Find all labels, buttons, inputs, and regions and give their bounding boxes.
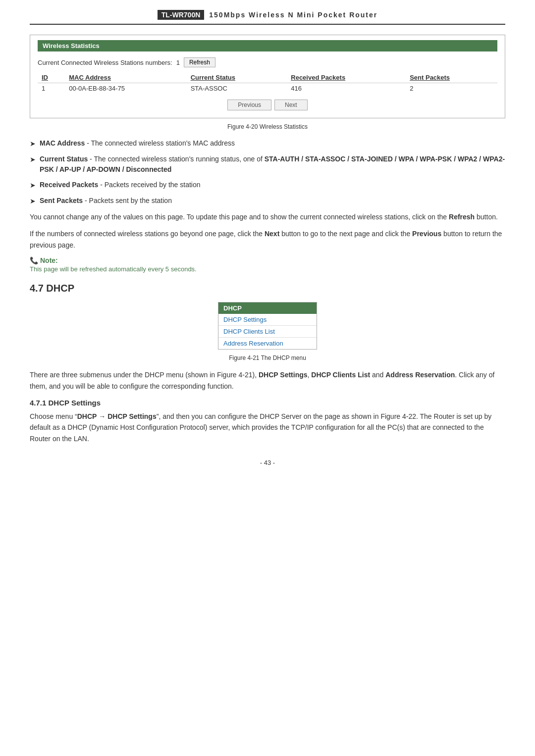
- bullet-current-status: ➤ Current Status - The connected wireles…: [30, 154, 505, 175]
- wireless-statistics-box: Wireless Statistics Current Connected Wi…: [30, 35, 505, 118]
- bullet-arrow-icon-4: ➤: [30, 196, 36, 206]
- table-header-row: ID MAC Address Current Status Received P…: [38, 72, 497, 83]
- dhcp-para-1: There are three submenus under the DHCP …: [30, 369, 505, 392]
- bullet-mac-text: MAC Address - The connected wireless sta…: [40, 138, 235, 149]
- col-sent: Sent Packets: [406, 72, 497, 83]
- bullet-mac-address: ➤ MAC Address - The connected wireless s…: [30, 138, 505, 149]
- dhcp-menu-container: DHCP DHCP SettingsDHCP Clients ListAddre…: [30, 302, 505, 350]
- dhcp-menu-item[interactable]: DHCP Clients List: [218, 326, 317, 338]
- dhcp-settings-subsection-heading: 4.7.1 DHCP Settings: [30, 399, 505, 407]
- table-row: 100-0A-EB-88-34-75STA-ASSOC4162: [38, 83, 497, 94]
- dhcp-settings-para: Choose menu “DHCP → DHCP Settings”, and …: [30, 411, 505, 444]
- current-label: Current Connected Wireless Stations numb…: [38, 59, 172, 66]
- page-number: - 43 -: [260, 459, 275, 466]
- bullet-sent-text: Sent Packets - Packets sent by the stati…: [40, 196, 172, 206]
- col-id: ID: [38, 72, 65, 83]
- figure-20-caption: Figure 4-20 Wireless Statistics: [30, 123, 505, 130]
- bullet-arrow-icon: ➤: [30, 139, 36, 149]
- dhcp-arrow: →: [97, 412, 107, 420]
- body-para-2: If the numbers of connected wireless sta…: [30, 228, 505, 251]
- dhcp-section-heading: 4.7 DHCP: [30, 283, 505, 294]
- dhcp-clients-bold: DHCP Clients List: [311, 371, 370, 379]
- bullet-received-text: Received Packets - Packets received by t…: [40, 180, 201, 190]
- bullet-sent-term: Sent Packets: [40, 197, 83, 204]
- wireless-stats-table: ID MAC Address Current Status Received P…: [38, 72, 497, 94]
- dhcp-menu-title: DHCP: [218, 302, 317, 314]
- bullet-mac-term: MAC Address: [40, 139, 85, 147]
- note-phone-icon: 📞: [30, 256, 38, 264]
- col-received: Received Packets: [287, 72, 406, 83]
- model-label: TL-WR700N: [158, 10, 205, 20]
- para2-previous: Previous: [412, 230, 441, 238]
- stats-navigation: Previous Next: [38, 100, 497, 110]
- note-text: This page will be refreshed automaticall…: [30, 265, 505, 273]
- bullet-sent-packets: ➤ Sent Packets - Packets sent by the sta…: [30, 196, 505, 206]
- note-section: 📞 Note: This page will be refreshed auto…: [30, 256, 505, 273]
- col-mac: MAC Address: [65, 72, 186, 83]
- address-reservation-bold: Address Reservation: [385, 371, 455, 379]
- current-stations-row: Current Connected Wireless Stations numb…: [38, 57, 497, 67]
- bullet-status-term: Current Status: [40, 155, 88, 163]
- col-status: Current Status: [187, 72, 287, 83]
- next-button[interactable]: Next: [274, 100, 308, 110]
- previous-button[interactable]: Previous: [227, 100, 271, 110]
- dhcp-menu-item[interactable]: DHCP Settings: [218, 314, 317, 326]
- dhcp-menu-box: DHCP DHCP SettingsDHCP Clients ListAddre…: [218, 302, 317, 350]
- note-label: 📞 Note:: [30, 256, 505, 264]
- wireless-statistics-title: Wireless Statistics: [38, 40, 497, 51]
- para1-bold: Refresh: [449, 213, 475, 221]
- bullet-arrow-icon-3: ➤: [30, 180, 36, 191]
- page-header: TL-WR700N 150Mbps Wireless N Mini Pocket…: [30, 10, 505, 25]
- bullet-status-text: Current Status - The connected wireless …: [40, 154, 505, 175]
- figure-21-caption: Figure 4-21 The DHCP menu: [30, 354, 505, 361]
- body-para-1: You cannot change any of the values on t…: [30, 211, 505, 222]
- current-count: 1: [176, 59, 180, 66]
- bullet-arrow-icon-2: ➤: [30, 154, 36, 165]
- header-description: 150Mbps Wireless N Mini Pocket Router: [209, 11, 377, 19]
- refresh-button[interactable]: Refresh: [184, 57, 215, 67]
- bullet-received-term: Received Packets: [40, 181, 98, 189]
- dhcp-menu-item[interactable]: Address Reservation: [218, 338, 317, 349]
- dhcp-settings-bold: DHCP Settings: [259, 371, 308, 379]
- dhcp-settings-bold-2: DHCP Settings: [107, 412, 157, 420]
- para2-next: Next: [265, 230, 279, 238]
- bullet-received-packets: ➤ Received Packets - Packets received by…: [30, 180, 505, 191]
- bullet-status-values: STA-AUTH / STA-ASSOC / STA-JOINED / WPA …: [40, 155, 505, 173]
- page-footer: - 43 -: [30, 459, 505, 466]
- dhcp-bold-1: DHCP: [77, 412, 97, 420]
